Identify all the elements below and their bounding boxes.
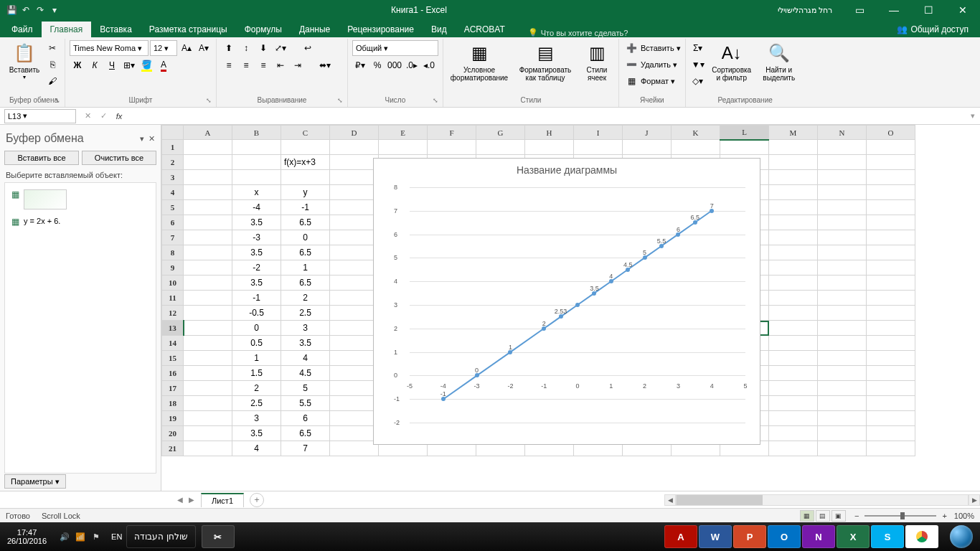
cell[interactable] xyxy=(867,381,915,396)
qat-customize-icon[interactable]: ▾ xyxy=(49,4,60,16)
cell[interactable]: -3 xyxy=(232,230,281,245)
cell[interactable]: -2 xyxy=(232,260,281,276)
cell[interactable] xyxy=(867,230,915,245)
cell[interactable]: 4 xyxy=(281,351,330,366)
cell[interactable] xyxy=(867,155,915,170)
cell[interactable] xyxy=(818,411,867,426)
cell[interactable] xyxy=(818,185,867,200)
orientation-icon[interactable]: ⤢▾ xyxy=(273,40,288,56)
cell[interactable] xyxy=(184,366,232,381)
cell[interactable] xyxy=(184,245,232,260)
cell[interactable] xyxy=(330,351,379,366)
column-header[interactable]: O xyxy=(867,126,915,140)
clear-all-button[interactable]: Очистить все xyxy=(82,151,156,165)
cell[interactable] xyxy=(769,155,818,170)
row-header[interactable]: 17 xyxy=(162,381,184,396)
column-header[interactable]: L xyxy=(720,126,769,140)
cell[interactable] xyxy=(330,396,379,411)
cell[interactable] xyxy=(867,215,915,230)
font-launcher-icon[interactable]: ⤡ xyxy=(206,97,215,105)
cell[interactable]: -1 xyxy=(232,291,281,306)
cell[interactable]: 6.5 xyxy=(281,426,330,441)
cell[interactable] xyxy=(769,441,818,456)
cell[interactable] xyxy=(769,426,818,441)
cell[interactable] xyxy=(818,426,867,441)
cell[interactable] xyxy=(867,396,915,411)
scroll-left-icon[interactable]: ◀ xyxy=(664,494,676,506)
row-header[interactable]: 9 xyxy=(162,260,184,276)
start-button[interactable] xyxy=(943,522,980,551)
cell[interactable] xyxy=(867,441,915,456)
bold-button[interactable]: Ж xyxy=(70,57,85,73)
clipboard-pane-menu-icon[interactable]: ▾ xyxy=(140,134,144,143)
cell[interactable] xyxy=(232,170,281,185)
decrease-indent-icon[interactable]: ⇤ xyxy=(273,57,288,73)
cell[interactable] xyxy=(184,336,232,351)
cell[interactable] xyxy=(184,215,232,230)
cell[interactable] xyxy=(330,276,379,291)
close-button[interactable]: ✕ xyxy=(948,0,977,20)
align-center-icon[interactable]: ≡ xyxy=(238,57,254,73)
increase-font-icon[interactable]: A▴ xyxy=(179,40,194,56)
number-format-combo[interactable]: Общий ▾ xyxy=(352,40,438,56)
cell[interactable]: 2.5 xyxy=(281,306,330,321)
conditional-formatting-button[interactable]: ▦ Условное форматирование xyxy=(448,40,511,83)
font-size-combo[interactable]: 12 ▾ xyxy=(150,40,177,56)
cell[interactable]: f(x)=x+3 xyxy=(281,155,330,170)
percent-icon[interactable]: % xyxy=(369,57,385,73)
horizontal-scrollbar[interactable]: ◀ ▶ xyxy=(664,494,980,506)
cell[interactable]: 3 xyxy=(281,321,330,336)
tray-flag-icon[interactable]: ⚑ xyxy=(90,530,103,543)
share-button[interactable]: 👥 Общий доступ xyxy=(888,22,977,37)
increase-decimal-icon[interactable]: .0▸ xyxy=(404,57,420,73)
cell[interactable] xyxy=(184,230,232,245)
cell[interactable] xyxy=(769,276,818,291)
cell[interactable] xyxy=(184,140,232,155)
column-header[interactable]: N xyxy=(818,126,867,140)
tab-data[interactable]: Данные xyxy=(291,22,339,37)
cell[interactable]: 6.5 xyxy=(281,215,330,230)
fill-color-button[interactable]: 🪣 xyxy=(138,57,154,73)
row-header[interactable]: 1 xyxy=(162,140,184,155)
column-header[interactable]: J xyxy=(623,126,672,140)
cell[interactable] xyxy=(818,441,867,456)
align-bottom-icon[interactable]: ⬇ xyxy=(255,40,271,56)
zoom-percent[interactable]: 100% xyxy=(954,512,974,520)
select-all-corner[interactable] xyxy=(162,126,184,140)
cell[interactable]: 1 xyxy=(232,351,281,366)
cell[interactable] xyxy=(330,230,379,245)
format-as-table-button[interactable]: ▤ Форматировать как таблицу xyxy=(514,40,577,83)
cell[interactable] xyxy=(184,155,232,170)
undo-icon[interactable]: ↶ xyxy=(20,4,32,16)
column-header[interactable]: K xyxy=(672,126,720,140)
cell[interactable] xyxy=(867,260,915,276)
cell[interactable]: 7 xyxy=(281,441,330,456)
cell[interactable] xyxy=(525,140,574,155)
cell[interactable] xyxy=(769,260,818,276)
cell[interactable] xyxy=(330,321,379,336)
cell[interactable] xyxy=(769,140,818,155)
cell[interactable] xyxy=(818,230,867,245)
cell[interactable]: 2.5 xyxy=(232,396,281,411)
paste-all-button[interactable]: Вставить все xyxy=(4,151,79,165)
tab-insert[interactable]: Вставка xyxy=(91,22,141,37)
tell-me-search[interactable]: 💡 Что вы хотите сделать? xyxy=(528,28,628,37)
cell[interactable] xyxy=(184,276,232,291)
zoom-in-icon[interactable]: + xyxy=(942,512,946,520)
cell[interactable] xyxy=(818,245,867,260)
font-color-button[interactable]: A xyxy=(156,57,171,73)
cell[interactable] xyxy=(818,260,867,276)
tab-nav-prev-icon[interactable]: ◀ xyxy=(175,495,185,505)
cell[interactable] xyxy=(184,381,232,396)
row-header[interactable]: 3 xyxy=(162,170,184,185)
cell[interactable] xyxy=(867,321,915,336)
cell[interactable]: 4.5 xyxy=(281,366,330,381)
fx-icon[interactable]: fx xyxy=(112,109,126,123)
cell[interactable]: 5 xyxy=(281,381,330,396)
cell[interactable] xyxy=(867,170,915,185)
tab-nav-next-icon[interactable]: ▶ xyxy=(187,495,197,505)
cell[interactable] xyxy=(330,381,379,396)
name-box[interactable]: L13 ▾ xyxy=(4,109,76,123)
clipboard-item[interactable]: ▦ xyxy=(8,186,153,213)
language-indicator[interactable]: EN xyxy=(107,532,126,541)
